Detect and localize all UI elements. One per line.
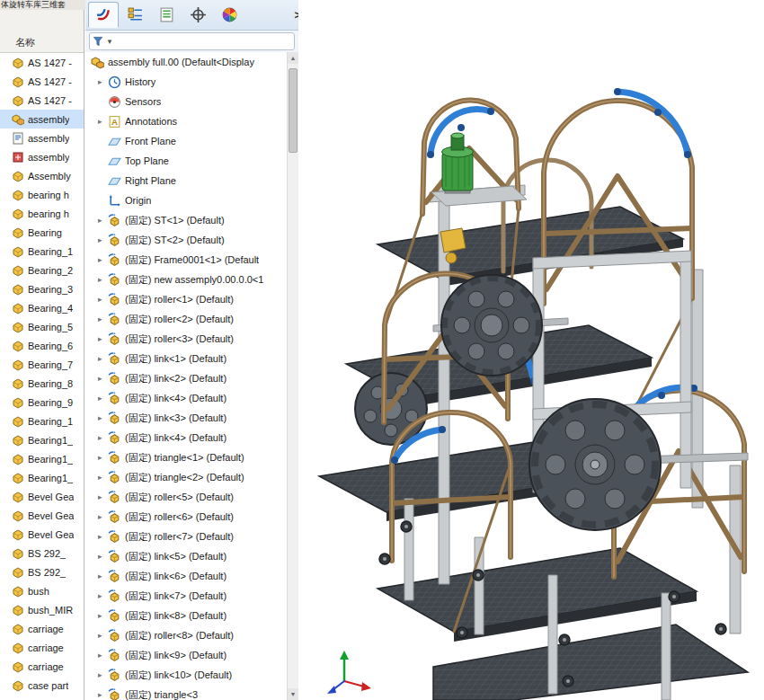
expand-arrow-icon[interactable]: ▸ bbox=[98, 255, 108, 264]
file-list-item[interactable]: Bearing_1 bbox=[0, 412, 84, 430]
file-list-item[interactable]: Bearing_9 bbox=[0, 393, 84, 412]
tab-configurationmanager[interactable] bbox=[151, 2, 182, 28]
file-list-item[interactable]: Bevel Gea bbox=[0, 506, 84, 525]
file-list-item[interactable]: Bearing_3 bbox=[0, 279, 84, 298]
expand-arrow-icon[interactable]: ▸ bbox=[98, 631, 108, 640]
file-list-item[interactable]: case part bbox=[0, 676, 84, 695]
file-list-item[interactable]: Bearing1_ bbox=[0, 468, 84, 487]
file-list-item[interactable]: Bearing1_ bbox=[0, 430, 84, 449]
tree-item[interactable]: ▸(固定) triangle<3 bbox=[85, 685, 287, 700]
file-list-item[interactable]: Bearing_2 bbox=[0, 261, 84, 279]
expand-arrow-icon[interactable]: ▸ bbox=[98, 433, 108, 442]
expand-arrow-icon[interactable]: ▸ bbox=[98, 552, 108, 561]
tree-item[interactable]: Right Plane bbox=[85, 171, 287, 191]
file-list-item[interactable]: assembly bbox=[0, 110, 84, 128]
tree-item[interactable]: ▸(固定) link<5> (Default) bbox=[85, 546, 287, 566]
name-column-header[interactable]: 名称 bbox=[15, 36, 35, 49]
expand-arrow-icon[interactable]: ▸ bbox=[98, 413, 108, 422]
tree-item[interactable]: ▸(固定) triangle<2> (Default) bbox=[85, 467, 287, 487]
tree-item[interactable]: ▸(固定) ST<1> (Default) bbox=[85, 210, 287, 230]
expand-arrow-icon[interactable]: ▸ bbox=[98, 315, 108, 323]
file-list-item[interactable]: bearing h bbox=[0, 185, 84, 204]
scroll-up-button[interactable]: ▲ bbox=[288, 52, 298, 64]
file-list-item[interactable]: Bearing1_ bbox=[0, 449, 84, 468]
tree-item[interactable]: Front Plane bbox=[85, 131, 287, 151]
tree-item[interactable]: Origin bbox=[85, 191, 287, 210]
expand-arrow-icon[interactable]: ▸ bbox=[98, 117, 108, 126]
tree-filter-input[interactable]: ▼ bbox=[89, 32, 295, 50]
file-list-item[interactable]: bearing h bbox=[0, 204, 84, 223]
expand-arrow-icon[interactable]: ▸ bbox=[98, 670, 108, 679]
tree-item[interactable]: ▸(固定) link<8> (Default) bbox=[85, 606, 287, 625]
tree-item[interactable]: ▸(固定) link<2> (Default) bbox=[85, 368, 287, 388]
file-list-item[interactable]: AS 1427 - bbox=[0, 72, 84, 91]
tree-item[interactable]: ▸(固定) link<9> (Default) bbox=[85, 645, 287, 665]
expand-arrow-icon[interactable]: ▸ bbox=[98, 354, 108, 363]
tree-item[interactable]: ▸(固定) link<3> (Default) bbox=[85, 408, 287, 428]
expand-arrow-icon[interactable]: ▸ bbox=[98, 532, 108, 541]
expand-arrow-icon[interactable]: ▸ bbox=[98, 216, 108, 225]
file-list-item[interactable]: Bearing bbox=[0, 223, 84, 242]
expand-arrow-icon[interactable]: ▸ bbox=[98, 572, 108, 580]
file-list-item[interactable]: Bevel Gea bbox=[0, 487, 84, 506]
file-list-item[interactable]: Bearing_7 bbox=[0, 355, 84, 374]
expand-arrow-icon[interactable]: ▸ bbox=[98, 394, 108, 403]
expand-arrow-icon[interactable]: ▸ bbox=[98, 235, 108, 244]
scroll-down-button[interactable]: ▼ bbox=[288, 688, 298, 700]
expand-arrow-icon[interactable]: ▸ bbox=[98, 77, 108, 86]
tree-item[interactable]: ▸AAnnotations bbox=[85, 111, 287, 131]
tree-item[interactable]: ▸History bbox=[85, 72, 287, 92]
tree-item[interactable]: ▸(固定) roller<1> (Default) bbox=[85, 289, 287, 309]
tree-item[interactable]: ▸(固定) triangle<1> (Default) bbox=[85, 447, 287, 467]
file-list-item[interactable]: Bearing_5 bbox=[0, 317, 84, 336]
tab-propertymanager[interactable] bbox=[120, 2, 150, 28]
file-list-item[interactable]: Bevel Gea bbox=[0, 525, 84, 544]
tree-item[interactable]: ▸(固定) link<1> (Default) bbox=[85, 349, 287, 368]
file-list-item[interactable]: AS 1427 - bbox=[0, 91, 84, 110]
tree-item[interactable]: ▸(固定) link<4> (Default) bbox=[85, 388, 287, 408]
file-list-item[interactable]: Assembly bbox=[0, 166, 84, 185]
tree-item[interactable]: ▸(固定) roller<5> (Default) bbox=[85, 487, 287, 507]
tree-item[interactable]: ▸(固定) roller<7> (Default) bbox=[85, 527, 287, 546]
tree-item[interactable]: ▸(固定) link<7> (Default) bbox=[85, 586, 287, 606]
file-list-item[interactable]: carriage bbox=[0, 619, 84, 638]
expand-arrow-icon[interactable]: ▸ bbox=[98, 334, 108, 343]
tree-item[interactable]: ▸(固定) roller<3> (Default) bbox=[85, 329, 287, 349]
expand-arrow-icon[interactable]: ▸ bbox=[98, 611, 108, 620]
tree-item[interactable]: ▸(固定) roller<6> (Default) bbox=[85, 507, 287, 527]
file-list-item[interactable]: Bearing_4 bbox=[0, 298, 84, 317]
expand-arrow-icon[interactable]: ▸ bbox=[98, 295, 108, 304]
file-list-item[interactable]: assembly bbox=[0, 147, 84, 166]
3d-viewport[interactable] bbox=[298, 0, 764, 700]
file-list-item[interactable]: Bearing_8 bbox=[0, 374, 84, 393]
tree-item[interactable]: Top Plane bbox=[85, 151, 287, 171]
expand-arrow-icon[interactable]: ▸ bbox=[98, 453, 108, 462]
scrollbar-thumb[interactable] bbox=[289, 68, 298, 153]
expand-arrow-icon[interactable]: ▸ bbox=[98, 275, 108, 284]
file-list-item[interactable]: carriage bbox=[0, 638, 84, 657]
file-list-item[interactable]: carriage bbox=[0, 657, 84, 676]
tree-item[interactable]: ▸(固定) link<6> (Default) bbox=[85, 566, 287, 586]
file-list-item[interactable]: assembly bbox=[0, 128, 84, 147]
expand-arrow-icon[interactable]: ▸ bbox=[98, 512, 108, 521]
tree-item[interactable]: ▸(固定) new assemply0.00.0.0<1 bbox=[85, 270, 287, 289]
tree-item[interactable]: ▸(固定) link<10> (Default) bbox=[85, 665, 287, 685]
tree-scrollbar[interactable]: ▲ ▼ bbox=[287, 52, 298, 700]
expand-arrow-icon[interactable]: ▸ bbox=[98, 492, 108, 501]
tab-displaymanager[interactable] bbox=[214, 2, 244, 28]
expand-arrow-icon[interactable]: ▸ bbox=[98, 473, 108, 482]
file-list-item[interactable]: bush_MIR bbox=[0, 600, 84, 619]
expand-arrow-icon[interactable]: ▸ bbox=[98, 591, 108, 600]
expand-arrow-icon[interactable]: ▸ bbox=[98, 690, 108, 699]
expand-arrow-icon[interactable]: ▸ bbox=[98, 651, 108, 660]
file-list-header[interactable]: 名称 bbox=[0, 10, 84, 53]
tree-root-item[interactable]: assembly full.00 (Default<Display bbox=[85, 52, 287, 72]
tree-item[interactable]: ▸(固定) ST<2> (Default) bbox=[85, 230, 287, 250]
tab-dimxpertmanager[interactable] bbox=[182, 2, 213, 28]
file-list-item[interactable]: AS 1427 - bbox=[0, 53, 84, 72]
tree-item[interactable]: ▸(固定) roller<2> (Default) bbox=[85, 309, 287, 329]
tree-item[interactable]: ▸(固定) Frame0001<1> (Default bbox=[85, 250, 287, 270]
tree-item[interactable]: Sensors bbox=[85, 92, 287, 111]
file-list-item[interactable]: Bearing_1 bbox=[0, 242, 84, 261]
tab-featuremanager[interactable] bbox=[88, 2, 119, 28]
